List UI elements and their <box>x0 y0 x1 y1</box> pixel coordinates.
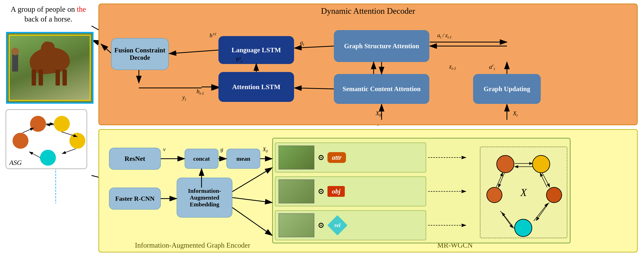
at-label: at <box>300 39 304 47</box>
encoder-region: Information-Augmented Graph Encoder MR-W… <box>98 129 638 252</box>
asg-circle-cyan-bottom <box>40 150 56 166</box>
asg-label: ASG <box>9 159 22 167</box>
graph-encoder-box: ⊙ attr ⊙ obj ⊙ rel <box>272 138 570 243</box>
concat-label: concat <box>193 155 210 162</box>
at-zt-label: at / zt-1 <box>437 32 452 40</box>
graph-updating-label: Graph Updating <box>484 85 530 93</box>
svg-line-34 <box>101 44 111 53</box>
decoder-arrows <box>99 4 637 124</box>
info-aug-block: Information-AugmentedEmbedding <box>177 178 232 217</box>
graph-circle-orange-r <box>546 187 562 203</box>
dot-op-attr: ⊙ <box>318 153 324 162</box>
decoder-region: Dynamic Attention Decoder Fusion Constra… <box>98 4 638 125</box>
language-lstm-block: Language LSTM <box>218 36 294 64</box>
asg-circle-orange-top <box>30 116 46 132</box>
attr-badge: attr <box>328 152 346 163</box>
graph-structure-attention-block: Graph Structure Attention <box>334 30 429 62</box>
attr-label: attr <box>332 154 342 161</box>
mrwgcn-inner-box: X <box>480 147 568 238</box>
horse-image <box>6 32 94 104</box>
svg-line-63 <box>496 173 503 187</box>
semantic-content-attention-block: Semantic Content Attention <box>334 74 429 104</box>
resnet-label: ResNet <box>124 155 145 163</box>
obj-label: obj <box>332 188 340 195</box>
attr-row: ⊙ attr <box>275 143 426 172</box>
rel-badge-container: rel <box>328 217 347 233</box>
semantic-content-label: Semantic Content Attention <box>342 85 420 93</box>
mean-block: mean <box>226 149 260 169</box>
svg-line-59 <box>536 203 549 220</box>
rel-label: rel <box>334 222 340 228</box>
at-c-label: act <box>489 63 495 71</box>
svg-line-29 <box>62 149 76 154</box>
svg-line-62 <box>500 211 513 228</box>
X0-encoder-label: X0 <box>262 146 268 154</box>
caption-text1: A group of people on <box>11 5 77 13</box>
mean-label: mean <box>236 155 250 162</box>
g-label: g <box>220 146 223 153</box>
rel-row: ⊙ rel <box>275 210 426 240</box>
decoder-title: Dynamic Attention Decoder <box>321 6 415 16</box>
encoder-title: Information-Augmented Graph Encoder <box>135 241 250 249</box>
svg-line-64 <box>498 173 504 187</box>
yt-label: yt <box>182 94 186 102</box>
asg-box: ASG <box>6 109 87 169</box>
svg-line-35 <box>169 50 218 54</box>
graph-circle-cyan-b <box>514 219 532 237</box>
dot-op-obj: ⊙ <box>318 187 324 196</box>
graph-circle-orange-l <box>486 187 502 203</box>
caption: A group of people on the back of a horse… <box>4 5 93 24</box>
language-lstm-label: Language LSTM <box>232 46 281 54</box>
svg-line-58 <box>540 173 547 187</box>
svg-line-72 <box>232 208 272 235</box>
svg-line-71 <box>232 198 272 203</box>
caption-text2: back of a horse. <box>24 15 72 23</box>
resnet-block: ResNet <box>109 148 161 170</box>
ht-minus1-label: ht-1 <box>196 88 204 96</box>
fusion-label: Fusion ConstraintDecode <box>114 47 165 61</box>
graph-structure-label: Graph Structure Attention <box>344 43 419 50</box>
svg-line-30 <box>29 152 40 158</box>
attention-lstm-block: Attention LSTM <box>218 72 294 102</box>
svg-line-60 <box>534 203 548 221</box>
asg-circle-yellow-right <box>70 133 85 149</box>
dot-op-rel: ⊙ <box>318 221 324 229</box>
rel-thumb <box>278 213 314 237</box>
graph-circle-orange-tl <box>496 155 514 173</box>
x-graph-label: X <box>520 187 527 198</box>
faster-rcnn-block: Faster R-CNN <box>109 188 161 210</box>
zt-minus1-label: zt-1 <box>449 63 456 71</box>
asg-circle-orange-left <box>12 133 28 149</box>
info-aug-label: Information-AugmentedEmbedding <box>188 187 221 208</box>
obj-thumb <box>278 179 314 203</box>
graph-updating-block: Graph Updating <box>473 74 541 104</box>
ht-l-label: hᵗˡ <box>210 32 215 39</box>
svg-line-70 <box>232 168 272 192</box>
graph-circle-yellow-tr <box>532 155 550 173</box>
concat-block: concat <box>185 149 218 169</box>
v-label: v <box>163 146 166 153</box>
obj-badge: obj <box>328 186 345 197</box>
caption-highlight: the <box>77 5 86 13</box>
Xt-label: Xt <box>513 110 518 118</box>
fusion-constraint-block: Fusion ConstraintDecode <box>111 38 169 70</box>
attention-lstm-label: Attention LSTM <box>232 83 280 91</box>
faster-rcnn-label: Faster R-CNN <box>115 195 154 202</box>
asg-circle-yellow-top <box>54 116 70 132</box>
main-container: A group of people on the back of a horse… <box>0 0 644 256</box>
svg-line-61 <box>502 212 515 229</box>
obj-row: ⊙ obj <box>275 176 426 206</box>
X0-top-label: X0 <box>376 110 381 118</box>
ht-a-label: hat <box>236 56 242 64</box>
attr-thumb <box>278 146 314 170</box>
svg-line-57 <box>542 173 550 187</box>
svg-line-44 <box>294 88 334 89</box>
